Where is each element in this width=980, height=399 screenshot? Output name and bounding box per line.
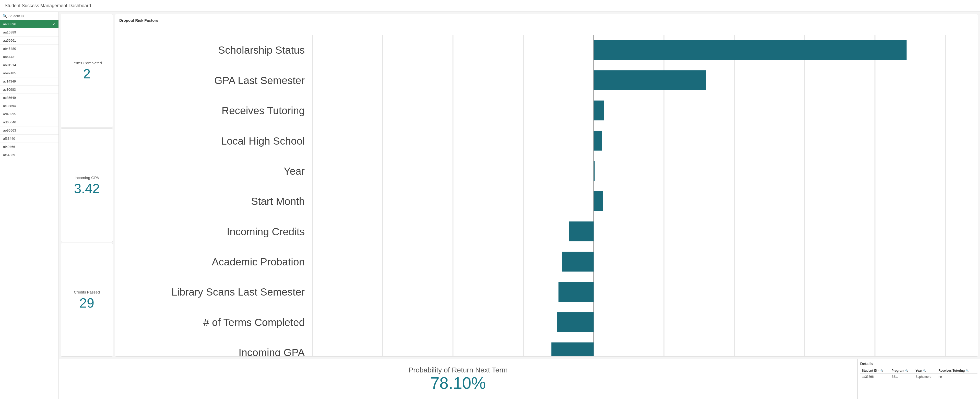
- sidebar-item-ac30983[interactable]: ac30983: [0, 86, 59, 94]
- col-header-year: Year🔍: [914, 368, 937, 374]
- bar-label-1: GPA Last Semester: [214, 75, 305, 86]
- bar-local-high-school: [593, 131, 602, 151]
- bar-label-3: Local High School: [221, 135, 305, 147]
- sidebar-item-ab45480[interactable]: ab45480: [0, 45, 59, 53]
- chart-title: Dropout Risk Factors: [119, 18, 974, 22]
- stat-cards: Terms Completed 2 Incoming GPA 3.42 Cred…: [59, 12, 115, 359]
- sidebar-item-ae95563[interactable]: ae95563: [0, 126, 59, 135]
- sidebar-item-ad46995[interactable]: ad46995: [0, 110, 59, 118]
- table-row: aa33396BSc.Sophomoreno: [860, 374, 977, 380]
- col-header-student-id: Student ID↑🔍: [860, 368, 890, 374]
- credits-passed-label: Credits Passed: [74, 290, 100, 294]
- sidebar: 🔍 aa33396✓aa16889aa59561ab45480ab64431ab…: [0, 12, 59, 399]
- sidebar-item-ac85649[interactable]: ac85649: [0, 94, 59, 102]
- search-icon: 🔍: [3, 14, 7, 18]
- bar-#-of-terms-completed: [557, 312, 593, 332]
- credits-passed-card: Credits Passed 29: [61, 243, 113, 357]
- terms-completed-value: 2: [83, 67, 91, 81]
- bar-scholarship-status: [593, 40, 907, 60]
- sidebar-item-af33440[interactable]: af33440: [0, 135, 59, 143]
- sidebar-item-ab99185[interactable]: ab99185: [0, 69, 59, 77]
- probability-panel: Probability of Return Next Term 78.10%: [59, 359, 858, 399]
- sidebar-item-ac14349[interactable]: ac14349: [0, 77, 59, 86]
- bar-receives-tutoring: [593, 101, 604, 121]
- y-axis-label: Risk Factor: [119, 25, 123, 357]
- student-list: aa33396✓aa16889aa59561ab45480ab64431ab91…: [0, 20, 59, 399]
- app-title: Student Success Management Dashboard: [0, 0, 980, 12]
- bar-start-month: [593, 191, 603, 211]
- chart-inner: -4-3-2-1012345ImportanceScholarship Stat…: [123, 25, 974, 357]
- col-header-receives-tutoring: Receives Tutoring🔍: [937, 368, 977, 374]
- chart-container: Risk Factor -4-3-2-1012345ImportanceScho…: [119, 25, 974, 357]
- bar-label-10: Incoming GPA: [239, 347, 305, 357]
- filter-icon[interactable]: 🔍: [966, 369, 969, 372]
- sidebar-item-ac93894[interactable]: ac93894: [0, 102, 59, 110]
- sort-icon[interactable]: ↑: [878, 369, 879, 372]
- details-panel: Details Student ID↑🔍Program🔍Year🔍Receive…: [858, 359, 980, 399]
- sidebar-item-ab64431[interactable]: ab64431: [0, 53, 59, 61]
- bar-label-7: Academic Probation: [212, 256, 305, 268]
- probability-value: 78.10%: [430, 374, 486, 392]
- bar-label-9: # of Terms Completed: [203, 316, 305, 328]
- bar-label-4: Year: [284, 165, 305, 177]
- filter-icon[interactable]: 🔍: [923, 369, 926, 372]
- bar-label-2: Receives Tutoring: [222, 105, 305, 116]
- chart-svg: -4-3-2-1012345ImportanceScholarship Stat…: [123, 25, 974, 357]
- details-table: Student ID↑🔍Program🔍Year🔍Receives Tutori…: [860, 368, 977, 380]
- incoming-gpa-label: Incoming GPA: [75, 175, 99, 180]
- terms-completed-card: Terms Completed 2: [61, 14, 113, 127]
- incoming-gpa-card: Incoming GPA 3.42: [61, 129, 113, 242]
- bar-year: [593, 161, 595, 181]
- bar-academic-probation: [562, 252, 593, 272]
- active-check-icon: ✓: [53, 22, 56, 26]
- bar-label-5: Start Month: [251, 196, 305, 207]
- bar-incoming-credits: [569, 221, 593, 242]
- bar-incoming-gpa: [551, 342, 593, 357]
- bar-label-6: Incoming Credits: [227, 226, 305, 238]
- bar-label-8: Library Scans Last Semester: [171, 286, 305, 298]
- student-search-input[interactable]: [8, 14, 56, 18]
- sidebar-item-aa33396[interactable]: aa33396✓: [0, 20, 59, 29]
- sidebar-item-ab91914[interactable]: ab91914: [0, 61, 59, 69]
- sidebar-item-aa59561[interactable]: aa59561: [0, 37, 59, 45]
- details-title: Details: [860, 361, 977, 366]
- bottom-section: Probability of Return Next Term 78.10% D…: [59, 359, 980, 399]
- bars-area: -4-3-2-1012345ImportanceScholarship Stat…: [123, 25, 974, 357]
- bar-label-0: Scholarship Status: [218, 44, 305, 56]
- incoming-gpa-value: 3.42: [74, 182, 100, 195]
- col-header-program: Program🔍: [890, 368, 914, 374]
- sidebar-item-af54839[interactable]: af54839: [0, 151, 59, 159]
- bar-gpa-last-semester: [593, 70, 706, 90]
- credits-passed-value: 29: [80, 296, 94, 310]
- content-area: Terms Completed 2 Incoming GPA 3.42 Cred…: [59, 12, 980, 399]
- chart-area: Dropout Risk Factors Risk Factor -4-3-2-…: [115, 14, 978, 357]
- terms-completed-label: Terms Completed: [72, 61, 102, 65]
- probability-label: Probability of Return Next Term: [409, 366, 508, 374]
- sidebar-item-af49466[interactable]: af49466: [0, 143, 59, 151]
- bar-library-scans-last-semester: [558, 282, 594, 302]
- top-section: Terms Completed 2 Incoming GPA 3.42 Cred…: [59, 12, 980, 359]
- filter-icon[interactable]: 🔍: [905, 369, 908, 372]
- sidebar-item-ad65046[interactable]: ad65046: [0, 118, 59, 126]
- sidebar-item-aa16889[interactable]: aa16889: [0, 29, 59, 37]
- filter-icon[interactable]: 🔍: [880, 369, 883, 372]
- search-box: 🔍: [0, 12, 59, 20]
